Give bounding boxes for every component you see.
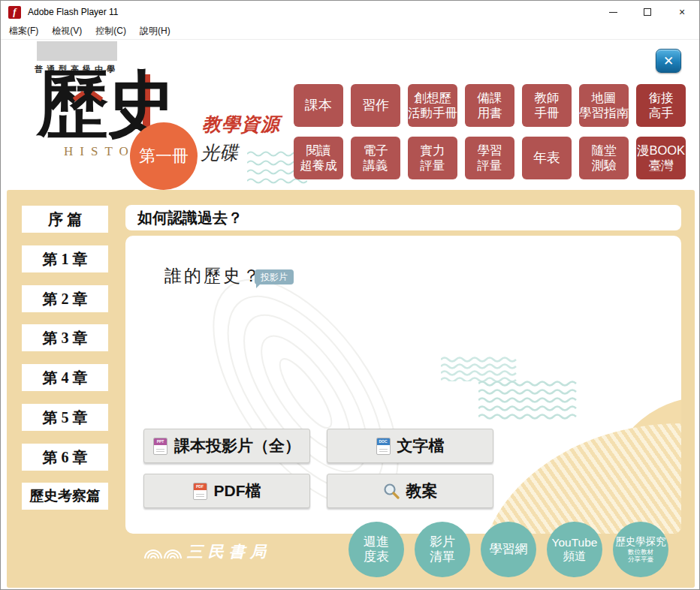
nav-activity-handbook-button[interactable]: 創想歷活動手冊 (408, 84, 457, 127)
sidebar-item-field-study[interactable]: 歷史考察篇 (22, 483, 108, 510)
nav-row-2: 閱讀超養成 電子講義 實力評量 學習評量 年表 隨堂測驗 漫BOOK臺灣 (294, 137, 687, 179)
flash-icon: f (8, 6, 21, 19)
app-close-button[interactable]: ✕ (656, 49, 681, 73)
textbook-slides-button[interactable]: PPT 課本投影片（全） (143, 429, 310, 463)
lesson-plan-button[interactable]: 教案 (327, 474, 493, 508)
sidebar-item-ch4[interactable]: 第 4 章 (22, 364, 108, 391)
video-list-button[interactable]: 影片 清單 (415, 522, 470, 577)
nav-bridging-button[interactable]: 銜接高手 (636, 84, 686, 127)
window-controls: × (596, 1, 699, 23)
content-box: 誰的歷史？ 投影片 PPT 課本投影片（全） DOC 文字檔 (125, 236, 681, 534)
menu-bar: 檔案(F) 檢視(V) 控制(C) 說明(H) (1, 23, 699, 40)
pdf-file-label: PDF檔 (214, 480, 261, 501)
nav-textbook-button[interactable]: 課本 (294, 84, 343, 127)
nav-electure-button[interactable]: 電子講義 (351, 137, 400, 179)
history-inquiry-platform-button[interactable]: 歷史學探究 數位教材 分享平臺 (613, 522, 668, 577)
tagline-disc: 光碟 (201, 140, 238, 165)
minimize-icon (609, 12, 617, 13)
text-file-label: 文字檔 (397, 435, 445, 456)
flash-player-window: f Adobe Flash Player 11 × 檔案(F) 檢視(V) 控制… (0, 0, 700, 590)
maximize-button[interactable] (630, 1, 665, 23)
menu-help[interactable]: 說明(H) (133, 25, 177, 38)
sidebar-item-ch2[interactable]: 第 2 章 (22, 285, 108, 312)
nav-teacher-manual-button[interactable]: 教師手冊 (522, 84, 572, 127)
topic-title: 誰的歷史？ (164, 264, 262, 287)
main-panel: 序 篇 第 1 章 第 2 章 第 3 章 第 4 章 第 5 章 第 6 章 … (7, 190, 695, 588)
nav-ability-test-button[interactable]: 實力評量 (408, 137, 457, 179)
sidebar-item-ch6[interactable]: 第 6 章 (22, 444, 108, 471)
pdf-file-button[interactable]: PDF PDF檔 (143, 474, 310, 508)
doc-file-icon: DOC (376, 438, 391, 455)
nav-comic-taiwan-button[interactable]: 漫BOOK臺灣 (636, 137, 686, 179)
sanmin-arches-icon (143, 544, 183, 559)
sidebar-item-ch5[interactable]: 第 5 章 (22, 404, 108, 431)
nav-reading-button[interactable]: 閱讀超養成 (294, 137, 343, 179)
wave-decoration (478, 380, 584, 422)
resource-nav-grid: 課本 習作 創想歷活動手冊 備課用書 教師手冊 地圖學習指南 銜接高手 閱讀超養… (294, 84, 687, 189)
close-icon: × (679, 6, 685, 18)
window-title: Adobe Flash Player 11 (28, 7, 119, 17)
menu-control[interactable]: 控制(C) (89, 25, 133, 38)
slideshow-badge: 投影片 (255, 269, 294, 284)
redacted-logo-box (37, 41, 117, 61)
text-file-button[interactable]: DOC 文字檔 (327, 429, 493, 463)
nav-map-guide-button[interactable]: 地圖學習指南 (579, 84, 629, 127)
textbook-slides-label: 課本投影片（全） (174, 435, 300, 456)
publisher-logo: 三民書局 (143, 541, 271, 562)
close-window-button[interactable]: × (665, 1, 699, 23)
nav-chronology-button[interactable]: 年表 (522, 137, 572, 179)
wave-decoration (441, 356, 525, 381)
maximize-icon (644, 8, 651, 16)
minimize-button[interactable] (596, 1, 630, 23)
nav-row-1: 課本 習作 創想歷活動手冊 備課用書 教師手冊 地圖學習指南 銜接高手 (294, 84, 687, 127)
nav-lesson-prep-button[interactable]: 備課用書 (465, 84, 514, 127)
sidebar-item-ch1[interactable]: 第 1 章 (22, 245, 108, 272)
magnifier-icon (383, 483, 400, 499)
sidebar-item-ch3[interactable]: 第 3 章 (22, 324, 108, 351)
weekly-schedule-button[interactable]: 週進 度表 (348, 522, 404, 577)
tagline-resource: 教學資源 (202, 112, 280, 137)
lesson-plan-label: 教案 (406, 480, 438, 501)
striped-hill-decoration (478, 423, 681, 534)
flash-stage: 普通型高級中學 歷史 HISTORY 第一冊 教學資源 光碟 ✕ 課本 習作 創… (1, 40, 699, 589)
publisher-name: 三民書局 (187, 541, 271, 562)
section-title: 如何認識過去？ (125, 205, 681, 230)
title-bar: f Adobe Flash Player 11 × (1, 1, 699, 23)
nav-workbook-button[interactable]: 習作 (351, 84, 400, 127)
learning-site-button[interactable]: 學習網 (481, 522, 536, 577)
sidebar-item-intro[interactable]: 序 篇 (22, 206, 108, 233)
menu-file[interactable]: 檔案(F) (2, 25, 45, 38)
nav-quiz-button[interactable]: 隨堂測驗 (579, 137, 629, 179)
nav-learning-test-button[interactable]: 學習評量 (465, 137, 514, 179)
ppt-file-icon: PPT (153, 438, 167, 455)
volume-badge: 第一冊 (130, 122, 198, 190)
menu-view[interactable]: 檢視(V) (45, 25, 89, 38)
pdf-file-icon: PDF (193, 483, 207, 500)
youtube-channel-button[interactable]: YouTube 頻道 (547, 522, 602, 577)
